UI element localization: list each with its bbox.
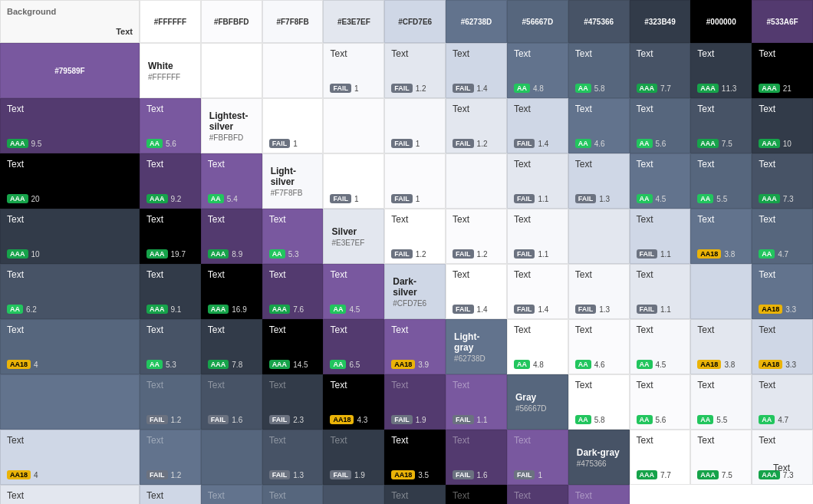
cell-2-6: TextAA5.5: [690, 153, 752, 209]
cell-2-8: TextAAA10: [0, 209, 140, 264]
cell-5-1: TextAA4.6: [568, 319, 630, 374]
cell-4-7: TextAA5.3: [140, 319, 201, 374]
bg-label: Background: [7, 7, 56, 16]
cell-5-3: TextAA183.8: [690, 319, 752, 374]
cell-3-4: TextFAIL1.1: [630, 209, 691, 264]
cell-4-1: TextFAIL1.4: [507, 264, 568, 319]
cell-7-2: TextAAA7.3: [752, 430, 813, 485]
text-label: Text: [116, 27, 133, 36]
cell-5-9: TextAA184.3: [323, 374, 384, 430]
cell-2-1: FAIL1: [384, 153, 446, 209]
header-col-11: #79589F: [0, 43, 140, 98]
row-label-3: Silver#E3E7EF: [323, 209, 384, 264]
cell-0-10: TextAAA9.5: [0, 98, 140, 153]
header-col-0: #FFFFFF: [140, 0, 201, 43]
cell-7-8: TextFAIL1.4: [384, 485, 446, 504]
cell-6-10: TextFAIL1.6: [446, 430, 507, 485]
header-col-2: #F7F8FB: [262, 0, 324, 43]
cell-1-6: TextAA5.6: [630, 98, 691, 153]
cell-2-10: TextAAA8.9: [201, 209, 262, 264]
cell-7-11: TextFAIL1.5: [568, 485, 630, 504]
cell-4-3: TextFAIL1.1: [630, 264, 691, 319]
row-label-7: Dark-gray#475366: [568, 430, 630, 485]
cell-0-1: [262, 43, 324, 98]
cell-6-8: TextFAIL1.9: [323, 430, 384, 485]
cell-6-1: TextAA5.6: [630, 374, 691, 430]
cell-7-5: TextFAIL1.6: [201, 485, 262, 504]
cell-2-5: TextAA4.5: [630, 153, 691, 209]
cell-3-2: TextFAIL1.1: [507, 209, 568, 264]
cell-6-2: TextAA5.5: [690, 374, 752, 430]
row-label-4: Dark-silver#CFD7E6: [384, 264, 446, 319]
header-col-1: #FBFBFD: [201, 0, 262, 43]
cell-4-2: TextFAIL1.3: [568, 264, 630, 319]
corner-cell: Background Text: [0, 0, 140, 43]
cell-7-6: TextFAIL1.3: [262, 485, 324, 504]
cell-3-11: TextAA4.5: [323, 264, 384, 319]
bottom-text-label: Text: [773, 463, 790, 473]
cell-2-2: [446, 153, 507, 209]
cell-3-6: TextAA4.7: [752, 209, 813, 264]
cell-4-8: TextAAA7.8: [201, 319, 262, 374]
cell-0-8: TextAAA11.3: [690, 43, 752, 98]
cell-4-9: TextAAA14.5: [262, 319, 324, 374]
cell-0-0: [201, 43, 262, 98]
cell-1-8: TextAAA10: [752, 98, 813, 153]
cell-4-0: TextFAIL1.4: [446, 264, 507, 319]
cell-1-0: FAIL1: [262, 98, 324, 153]
cell-5-8: TextFAIL2.3: [262, 374, 324, 430]
row-label-5: Light-gray#62738D: [446, 319, 507, 374]
cell-2-3: TextFAIL1.1: [507, 153, 568, 209]
cell-4-11: TextAA183.9: [384, 319, 446, 374]
cell-5-5: [0, 374, 140, 430]
cell-1-1: [323, 98, 384, 153]
cell-7-9: TextFAIL2.7: [446, 485, 507, 504]
cell-6-0: TextAA5.8: [568, 374, 630, 430]
cell-0-4: TextFAIL1.4: [446, 43, 507, 98]
row-label-0: White#FFFFFF: [140, 43, 201, 98]
cell-7-3: TextAA6.2: [0, 485, 140, 504]
cell-0-7: TextAAA7.7: [630, 43, 691, 98]
contrast-grid: Background Text #FFFFFF#FBFBFD#F7F8FB#E3…: [0, 0, 813, 504]
cell-4-10: TextAA6.5: [323, 319, 384, 374]
cell-4-5: TextAA183.3: [752, 264, 813, 319]
cell-4-4: [690, 264, 752, 319]
cell-6-9: TextAA183.5: [384, 430, 446, 485]
cell-0-5: TextAA4.8: [507, 43, 568, 98]
cell-1-5: TextAA4.6: [568, 98, 630, 153]
cell-2-7: TextAAA7.3: [752, 153, 813, 209]
cell-3-5: TextAA183.8: [690, 209, 752, 264]
row-label-1: Lightest-silver#FBFBFD: [201, 98, 262, 153]
cell-3-7: TextAA6.2: [0, 264, 140, 319]
cell-6-7: TextFAIL1.3: [262, 430, 324, 485]
header-col-4: #CFD7E6: [384, 0, 446, 43]
cell-3-9: TextAAA16.9: [201, 264, 262, 319]
cell-5-7: TextFAIL1.6: [201, 374, 262, 430]
header-col-5: #62738D: [446, 0, 507, 43]
cell-5-0: TextAA4.8: [507, 319, 568, 374]
header-col-7: #475366: [568, 0, 630, 43]
cell-5-10: TextFAIL1.9: [384, 374, 446, 430]
cell-0-11: TextAA5.6: [140, 98, 201, 153]
cell-6-11: TextFAIL1: [507, 430, 568, 485]
cell-3-0: TextFAIL1.2: [384, 209, 446, 264]
header-col-8: #323B49: [630, 0, 691, 43]
cell-0-6: TextAA5.8: [568, 43, 630, 98]
cell-2-4: TextFAIL1.3: [568, 153, 630, 209]
cell-6-3: TextAA4.7: [752, 374, 813, 430]
cell-3-10: TextAAA7.6: [262, 264, 324, 319]
cell-4-6: TextAA184: [0, 319, 140, 374]
cell-6-5: TextFAIL1.2: [140, 430, 201, 485]
cell-7-4: TextAA5.3: [140, 485, 201, 504]
header-col-9: #000000: [690, 0, 752, 43]
cell-7-1: TextAAA7.5: [690, 430, 752, 485]
cell-3-1: TextFAIL1.2: [446, 209, 507, 264]
header-col-3: #E3E7EF: [323, 0, 384, 43]
cell-5-6: TextFAIL1.2: [140, 374, 201, 430]
cell-0-3: TextFAIL1.2: [384, 43, 446, 98]
cell-2-11: TextAA5.3: [262, 209, 324, 264]
cell-1-2: FAIL1: [384, 98, 446, 153]
cell-5-11: TextFAIL1.1: [446, 374, 507, 430]
cell-6-6: [201, 430, 262, 485]
cell-5-4: TextAA183.3: [752, 319, 813, 374]
